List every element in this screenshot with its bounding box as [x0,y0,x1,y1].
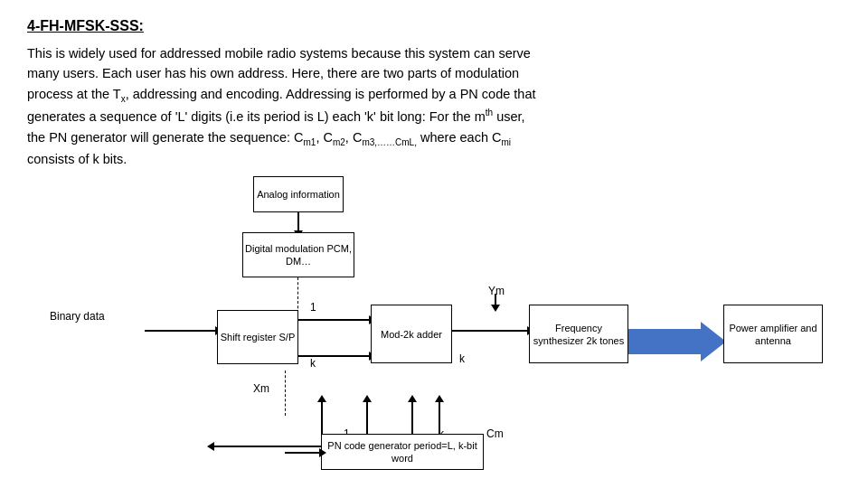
arrow-shift-to-mod-bottom [298,355,371,357]
power-amp-box: Power amplifier and antenna [723,305,823,363]
arrow-xm-to-pn [285,452,321,454]
shift-register-box: Shift register S/P [217,310,298,364]
cm1: m1 [304,137,316,147]
arrow-mod-to-freq [452,330,529,332]
desc-line4c: user, [493,109,524,124]
desc-line4: generates a sequence of 'L' digits (i.e … [27,109,486,124]
one-label-1: 1 [310,301,316,314]
cm-label: Cm [486,427,504,440]
pn-generator-box: PN code generator period=L, k-bit word [321,434,484,470]
desc-line3c: , addressing and encoding. Addressing is… [126,87,536,101]
cm2: m2 [333,137,345,147]
arrow-analog-to-digital [297,212,299,232]
dashed-line-xm [285,371,286,416]
big-blue-arrow [628,322,726,361]
binary-data-label: Binary data [50,310,105,323]
freq-synth-box: Frequency synthesizer 2k tones [529,305,628,363]
arrow-head [701,322,726,361]
title: 4-FH-MFSK-SSS: [27,18,841,34]
where-each: where each C [417,130,502,145]
cm3: m3,……C [362,137,401,147]
cml: mL, [401,137,417,147]
arrow-shaft [628,329,701,354]
desc-line5: the PN generator will generate the seque… [27,130,304,145]
k-label-2: k [459,352,465,365]
k-label-1: k [310,357,316,370]
digital-mod-box: Digital modulation PCM, DM… [242,232,354,277]
analog-info-box: Analog information [253,176,344,212]
xm-label: Xm [253,382,269,395]
arrow-binary-to-shift [145,330,217,332]
arrow-shift-to-mod-top [298,319,371,321]
desc-line6: consists of k bits. [27,152,127,166]
arrow-ym-down [495,294,496,306]
mod-adder-box: Mod-2k adder [371,305,452,363]
description-paragraph: This is widely used for addressed mobile… [27,43,841,169]
diagram-area: Analog information Digital modulation PC… [45,176,859,456]
cmi: mi [501,137,511,147]
arrow-to-pn-left [212,446,285,447]
desc-line2: many users. Each user has his own addres… [27,66,519,80]
desc-line3: process at the T [27,87,121,101]
th-superscript: th [486,108,493,117]
ym-label: Ym [488,285,505,297]
desc-line1: This is widely used for addressed mobile… [27,46,531,61]
